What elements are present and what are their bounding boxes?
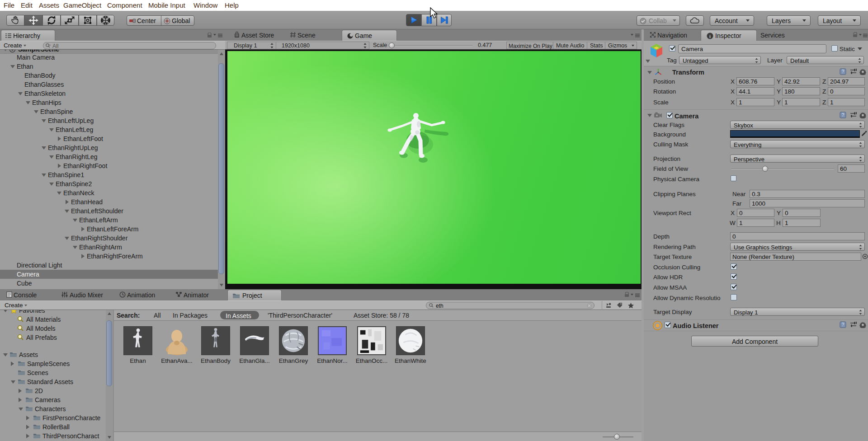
svg-text:?: ?	[842, 322, 844, 327]
svg-text:i: i	[709, 34, 711, 39]
svg-text:?: ?	[842, 113, 844, 117]
svg-text:?: ?	[842, 69, 844, 74]
